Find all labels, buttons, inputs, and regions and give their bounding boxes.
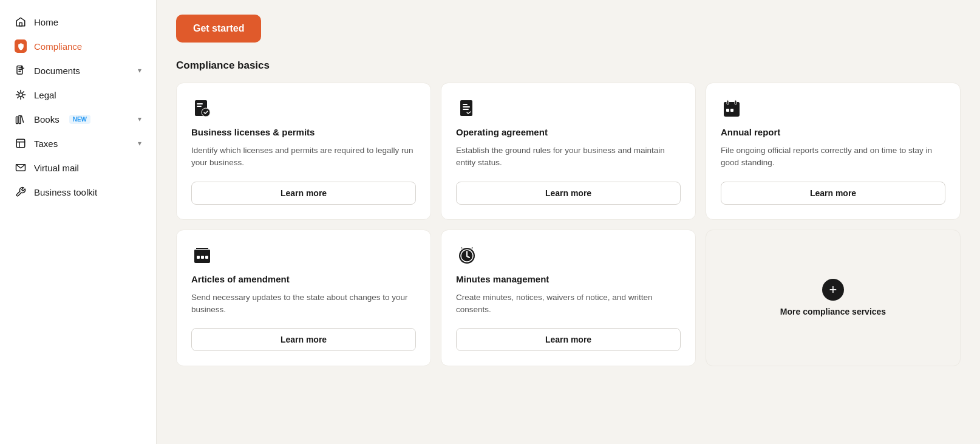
sidebar-item-home[interactable]: Home — [0, 10, 156, 34]
sidebar-item-label: Business toolkit — [34, 187, 97, 197]
card-title: Operating agreement — [456, 127, 681, 137]
card-desc: File ongoing official reports correctly … — [721, 145, 945, 169]
svg-rect-14 — [463, 106, 470, 108]
card-articles-amendment: Articles of amendment Send necessary upd… — [176, 230, 431, 367]
svg-rect-10 — [197, 106, 202, 107]
sidebar-item-business-toolkit[interactable]: Business toolkit — [0, 180, 156, 204]
card-title: Business licenses & permits — [191, 127, 416, 137]
card-more-services[interactable]: + More compliance services — [706, 230, 961, 367]
svg-rect-20 — [726, 109, 729, 112]
agreement-icon — [456, 98, 478, 120]
sidebar-item-books[interactable]: Books NEW ▾ — [0, 107, 156, 131]
main-content: Get started Compliance basics Business l… — [157, 0, 980, 444]
sidebar: Home Compliance Documents ▾ — [0, 0, 157, 444]
svg-rect-21 — [730, 109, 733, 112]
learn-more-button-agreement[interactable]: Learn more — [456, 182, 681, 205]
chevron-down-icon: ▾ — [138, 115, 141, 123]
card-licenses: Business licenses & permits Identify whi… — [176, 83, 431, 220]
compliance-cards-grid: Business licenses & permits Identify whi… — [176, 83, 961, 366]
sidebar-item-label: Legal — [34, 90, 56, 100]
home-icon — [15, 16, 27, 28]
toolkit-icon — [15, 186, 27, 198]
sidebar-item-label: Home — [34, 17, 58, 27]
document-icon — [15, 64, 27, 77]
sidebar-item-virtual-mail[interactable]: Virtual mail — [0, 155, 156, 180]
more-services-label: More compliance services — [780, 307, 886, 316]
svg-rect-15 — [463, 109, 469, 110]
svg-rect-9 — [197, 103, 203, 104]
svg-rect-4 — [16, 117, 18, 123]
chevron-down-icon: ▾ — [138, 66, 141, 75]
svg-rect-26 — [205, 256, 208, 259]
sidebar-item-label: Books — [34, 114, 60, 125]
card-title: Articles of amendment — [191, 274, 416, 284]
svg-rect-6 — [16, 139, 25, 148]
svg-rect-24 — [197, 256, 200, 259]
amendment-icon — [191, 245, 213, 267]
mail-icon — [15, 162, 27, 174]
taxes-icon — [15, 137, 27, 149]
shield-icon — [15, 40, 27, 52]
card-minutes-management: Minutes management Create minutes, notic… — [441, 230, 696, 367]
svg-rect-17 — [724, 102, 740, 107]
sidebar-item-label: Virtual mail — [34, 163, 79, 173]
card-title: Annual report — [721, 127, 945, 137]
plus-icon: + — [822, 279, 844, 301]
svg-rect-19 — [735, 100, 737, 104]
card-desc: Send necessary updates to the state abou… — [191, 292, 416, 316]
svg-rect-0 — [19, 23, 22, 26]
svg-rect-5 — [19, 115, 21, 124]
legal-icon — [15, 89, 27, 101]
license-icon — [191, 98, 213, 120]
learn-more-button-articles[interactable]: Learn more — [191, 328, 416, 351]
svg-rect-18 — [727, 100, 729, 104]
learn-more-button-licenses[interactable]: Learn more — [191, 182, 416, 205]
card-title: Minutes management — [456, 274, 681, 284]
svg-rect-23 — [194, 250, 210, 253]
sidebar-item-documents[interactable]: Documents ▾ — [0, 58, 156, 83]
svg-rect-12 — [460, 100, 472, 116]
card-desc: Establish the ground rules for your busi… — [456, 145, 681, 169]
card-desc: Create minutes, notices, waivers of noti… — [456, 292, 681, 316]
chevron-down-icon: ▾ — [138, 139, 141, 148]
sidebar-item-label: Documents — [34, 66, 80, 76]
svg-rect-13 — [463, 104, 468, 105]
books-icon — [15, 113, 27, 125]
minutes-icon — [456, 245, 478, 267]
sidebar-item-label: Compliance — [34, 41, 82, 52]
new-badge: NEW — [69, 115, 90, 124]
svg-rect-25 — [201, 256, 204, 259]
sidebar-item-label: Taxes — [34, 138, 58, 149]
section-title: Compliance basics — [176, 60, 961, 72]
learn-more-button-minutes[interactable]: Learn more — [456, 328, 681, 351]
card-annual-report: Annual report File ongoing official repo… — [706, 83, 961, 220]
svg-point-2 — [19, 93, 22, 97]
get-started-button[interactable]: Get started — [176, 15, 261, 43]
card-operating-agreement: Operating agreement Establish the ground… — [441, 83, 696, 220]
calendar-icon — [721, 98, 743, 120]
card-desc: Identify which licenses and permits are … — [191, 145, 416, 169]
sidebar-item-taxes[interactable]: Taxes ▾ — [0, 131, 156, 155]
sidebar-item-compliance[interactable]: Compliance — [0, 34, 156, 58]
sidebar-item-legal[interactable]: Legal — [0, 83, 156, 107]
learn-more-button-annual-report[interactable]: Learn more — [721, 182, 945, 205]
